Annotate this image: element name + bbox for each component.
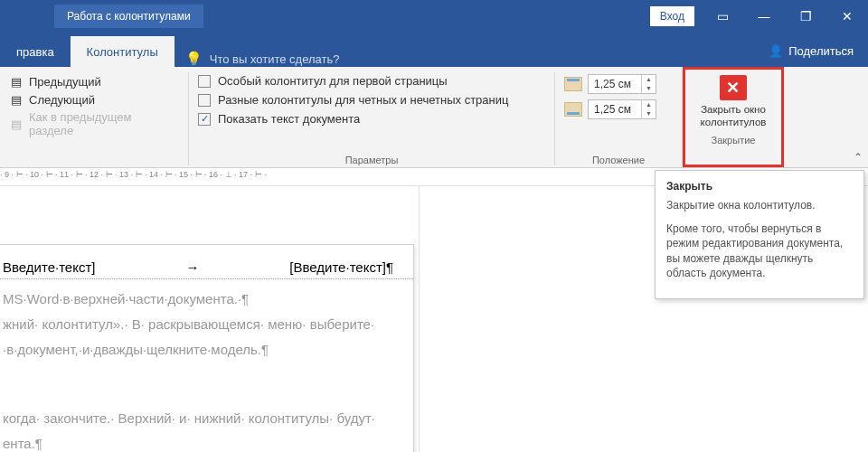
tab-edit[interactable]: правка (0, 36, 71, 67)
header-from-top: 1,25 см ▲▼ (564, 74, 656, 94)
link-icon: ▤ (9, 117, 24, 131)
collapse-ribbon-icon[interactable]: ⌃ (854, 151, 863, 164)
ruler-marks: · 9 · ⊢ · 10 · ⊢ · 11 · ⊢ · 12 · ⊢ · 13 … (0, 170, 267, 179)
spinner-value: 1,25 см (589, 78, 641, 90)
page-header[interactable]: Введите·текст] → [Введите·текст]¶ (0, 245, 413, 279)
odd-even-checkbox[interactable]: Разные колонтитулы для четных и нечетных… (198, 93, 508, 107)
header-position-icon (564, 77, 582, 91)
show-document-text-checkbox[interactable]: ✓ Показать текст документа (198, 112, 508, 126)
header-tab-arrow: → (185, 259, 199, 275)
close-line2: колонтитулов (701, 117, 767, 127)
next-section-button[interactable]: ▤ Следующий (9, 92, 179, 107)
tooltip-title: Закрыть (666, 180, 853, 193)
tooltip-text: Кроме того, чтобы вернуться в режим реда… (666, 221, 853, 280)
ribbon-display-options-icon[interactable]: ▭ (702, 0, 743, 33)
share-label: Поделиться (788, 44, 854, 58)
arrow-up-icon: ▲ (642, 75, 656, 84)
header-right-field[interactable]: [Введите·текст]¶ (289, 259, 393, 275)
prev-label: Предыдущий (29, 75, 101, 89)
body-line: MS·Word·в·верхней·части·документа.·¶ (3, 288, 393, 310)
ribbon: ▤ Предыдущий ▤ Следующий ▤ Как в предыду… (0, 67, 868, 168)
group-navigation: ▤ Предыдущий ▤ Следующий ▤ Как в предыду… (0, 67, 188, 167)
share-button[interactable]: 👤 Поделиться (754, 35, 868, 67)
spinner-arrows[interactable]: ▲▼ (641, 75, 656, 93)
minimize-icon[interactable]: — (743, 0, 785, 33)
tell-me-input[interactable]: 💡 Что вы хотите сделать? (175, 51, 351, 67)
check-label: Разные колонтитулы для четных и нечетных… (218, 93, 508, 107)
close-x-icon: ✕ (720, 75, 747, 100)
title-bar: Работа с колонтитулами Вход ▭ — ❐ ✕ (0, 0, 868, 33)
page-body: MS·Word·в·верхней·части·документа.·¶ жни… (0, 279, 413, 452)
close-window-icon[interactable]: ✕ (826, 0, 868, 33)
prev-section-button[interactable]: ▤ Предыдущий (9, 74, 179, 89)
arrow-down-icon: ▼ (642, 109, 656, 118)
body-line: ·в·документ,·и·дважды·щелкните·модель.¶ (3, 339, 393, 361)
arrow-down-icon: ▼ (642, 84, 656, 93)
header-left-field[interactable]: Введите·текст] (3, 259, 95, 275)
header-from-top-spinner[interactable]: 1,25 см ▲▼ (588, 74, 656, 94)
tell-me-placeholder: Что вы хотите сделать? (210, 52, 340, 66)
ribbon-tabs: правка Колонтитулы 💡 Что вы хотите сдела… (0, 33, 868, 67)
link-to-previous-button: ▤ Как в предыдущем разделе (9, 110, 179, 137)
group-label: Закрытие (712, 133, 756, 147)
next-label: Следующий (29, 93, 95, 107)
lightbulb-icon: 💡 (185, 51, 203, 67)
group-close: ✕ Закрыть окно колонтитулов Закрытие (683, 67, 784, 167)
group-label: Параметры (198, 153, 545, 165)
page[interactable]: Введите·текст] → [Введите·текст]¶ MS·Wor… (0, 244, 414, 452)
check-label: Показать текст документа (218, 112, 360, 126)
tooltip: Закрыть Закрытие окна колонтитулов. Кром… (655, 170, 864, 299)
body-line: ента.¶ (3, 433, 393, 452)
restore-icon[interactable]: ❐ (785, 0, 826, 33)
tooltip-text: Закрытие окна колонтитулов. (666, 198, 853, 212)
footer-position-icon (564, 102, 582, 117)
group-position: 1,25 см ▲▼ 1,25 см ▲▼ Положение (555, 67, 682, 167)
sign-in-button[interactable]: Вход (650, 6, 694, 26)
document-area[interactable]: Введите·текст] → [Введите·текст]¶ MS·Wor… (0, 186, 420, 452)
spinner-value: 1,25 см (589, 103, 641, 116)
footer-from-bottom-spinner[interactable]: 1,25 см ▲▼ (588, 99, 656, 119)
close-line1: Закрыть окно (701, 104, 766, 115)
share-icon: 👤 (769, 44, 783, 58)
footer-from-bottom: 1,25 см ▲▼ (564, 99, 656, 119)
group-label: Положение (564, 153, 673, 165)
next-icon: ▤ (9, 92, 24, 107)
contextual-tab-label: Работа с колонтитулами (54, 5, 203, 28)
tab-header-footer[interactable]: Колонтитулы (71, 36, 175, 67)
body-line: когда· закончите.· Верхний· и· нижний· к… (3, 408, 393, 429)
group-options: Особый колонтитул для первой страницы Ра… (189, 67, 554, 167)
prev-icon: ▤ (9, 74, 24, 89)
arrow-up-icon: ▲ (642, 100, 656, 109)
body-line: жний· колонтитул».· В· раскрывающемся· м… (3, 314, 393, 335)
checkbox-icon (198, 94, 211, 107)
different-first-page-checkbox[interactable]: Особый колонтитул для первой страницы (198, 74, 508, 88)
spinner-arrows[interactable]: ▲▼ (641, 100, 656, 118)
checkbox-checked-icon: ✓ (198, 113, 211, 126)
group-label (9, 153, 179, 165)
check-label: Особый колонтитул для первой страницы (218, 74, 448, 88)
checkbox-icon (198, 75, 211, 88)
close-header-footer-button[interactable]: ✕ Закрыть окно колонтитулов (701, 71, 767, 133)
link-label: Как в предыдущем разделе (29, 110, 179, 137)
